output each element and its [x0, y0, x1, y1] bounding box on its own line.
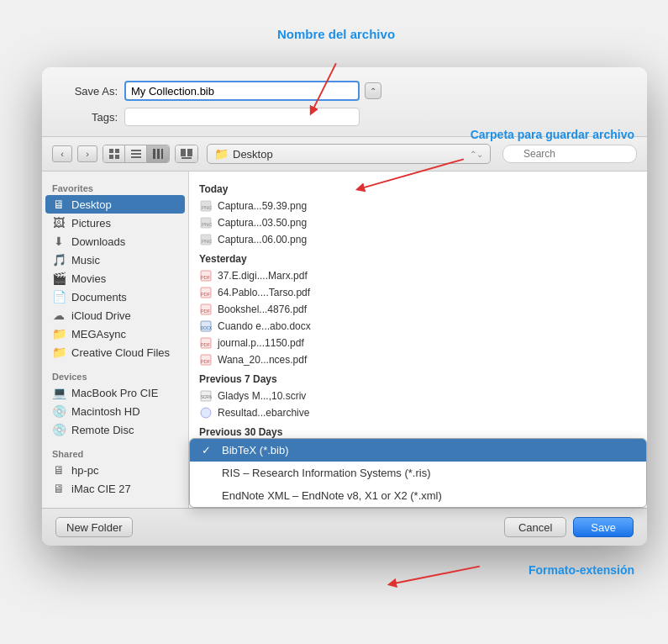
svg-text:PNG: PNG [202, 205, 212, 210]
file-item[interactable]: PNG Captura...59.39.png [189, 198, 647, 214]
file-item[interactable]: PDF 37.E.digi....Marx.pdf [189, 267, 647, 284]
sidebar-item-megasync[interactable]: 📁 MEGAsync [42, 325, 188, 343]
file-item[interactable]: PDF 64.Pablo....Tarso.pdf [189, 284, 647, 301]
file-name: journal.p...1150.pdf [218, 337, 304, 349]
file-item[interactable]: PDF Wana_20...nces.pdf [189, 351, 647, 368]
svg-rect-16 [181, 149, 186, 156]
svg-text:PNG: PNG [202, 222, 212, 227]
file-name: Captura...59.39.png [218, 200, 307, 212]
save-as-input[interactable] [124, 81, 360, 101]
sidebar-item-imac[interactable]: 🖥 iMac CIE 27 [42, 479, 188, 498]
svg-text:PDF: PDF [201, 292, 211, 297]
file-list[interactable]: Today PNG Captura...59.39.png PNG Captur… [189, 172, 647, 508]
file-item[interactable]: DOCX Cuando e...abo.docx [189, 318, 647, 335]
sidebar-item-music[interactable]: 🎵 Music [42, 251, 188, 269]
svg-point-39 [201, 408, 211, 418]
sidebar-item-remote[interactable]: 💿 Remote Disc [42, 420, 188, 439]
format-option-label: RIS – Research Information Systems (*.ri… [222, 467, 431, 479]
imac-icon: 🖥 [52, 482, 66, 495]
format-dropdown: ✓ BibTeX (*.bib) RIS – Research Informat… [189, 438, 647, 508]
file-icon-pdf: PDF [199, 353, 213, 367]
svg-rect-14 [157, 149, 160, 159]
file-item[interactable]: PDF journal.p...1150.pdf [189, 335, 647, 351]
folder-icon: 📁 [214, 147, 229, 161]
annotation-format: Formato-extensión [529, 563, 634, 577]
icon-view-button[interactable] [103, 145, 125, 162]
sidebar-item-movies[interactable]: 🎬 Movies [42, 269, 188, 288]
remote-icon: 💿 [52, 423, 66, 436]
svg-text:PDF: PDF [201, 309, 211, 314]
file-item[interactable]: PDF Bookshel...4876.pdf [189, 301, 647, 318]
expand-button[interactable]: ⌃ [365, 82, 381, 99]
forward-button[interactable]: › [77, 145, 97, 162]
format-option-endnote[interactable]: EndNote XML – EndNote v8, X1 or X2 (*.xm… [190, 484, 646, 507]
megasync-icon: 📁 [52, 327, 66, 340]
list-view-button[interactable] [125, 145, 147, 162]
sidebar-item-macintosh[interactable]: 💿 Macintosh HD [42, 402, 188, 420]
tags-input[interactable] [124, 108, 360, 126]
date-group-yesterday: Yesterday [189, 248, 647, 267]
sidebar-item-documents[interactable]: 📄 Documents [42, 288, 188, 306]
file-icon-pdf: PDF [199, 336, 213, 350]
file-name: 37.E.digi....Marx.pdf [218, 270, 308, 282]
sidebar-item-label: MacBook Pro CIE [71, 387, 158, 399]
svg-rect-15 [161, 149, 163, 159]
sidebar-item-downloads[interactable]: ⬇ Downloads [42, 232, 188, 251]
file-name: Captura...03.50.png [218, 217, 307, 229]
file-item[interactable]: Resultad...ebarchive [189, 404, 647, 421]
svg-rect-13 [153, 149, 155, 159]
svg-line-5 [392, 567, 479, 584]
sidebar-item-cc-files[interactable]: 📁 Creative Cloud Files [42, 343, 188, 362]
format-option-label: BibTeX (*.bib) [222, 444, 288, 457]
sidebar-item-label: Pictures [71, 217, 111, 230]
sidebar-item-macbook[interactable]: 💻 MacBook Pro CIE [42, 383, 188, 402]
file-item[interactable]: SCRIV Gladys M...,10.scriv [189, 388, 647, 404]
sidebar-item-pictures[interactable]: 🖼 Pictures [42, 214, 188, 232]
sidebar-item-hp-pc[interactable]: 🖥 hp-pc [42, 461, 188, 479]
save-as-row: Save As: ⌃ [59, 81, 630, 101]
save-as-label: Save As: [59, 85, 118, 98]
file-icon-earc [199, 406, 213, 420]
page-wrapper: Nombre del archivo Carpeta para guardar … [17, 17, 651, 644]
search-input[interactable] [502, 145, 637, 163]
sidebar-item-desktop[interactable]: 🖥 Desktop [45, 195, 185, 214]
file-item[interactable]: PNG Captura...03.50.png [189, 214, 647, 231]
file-name: Gladys M...,10.scriv [218, 390, 306, 402]
dialog-body: Favorites 🖥 Desktop 🖼 Pictures ⬇ Downloa… [42, 172, 647, 508]
macintosh-icon: 💿 [52, 404, 66, 418]
shared-section-title: Shared [42, 446, 188, 461]
icloud-icon: ☁ [52, 309, 66, 322]
column-view-button[interactable] [147, 145, 169, 162]
footer-buttons: Cancel Save [504, 517, 634, 537]
file-icon-docx: DOCX [199, 319, 213, 333]
sidebar-item-label: Desktop [71, 198, 112, 211]
svg-text:PNG: PNG [202, 239, 212, 244]
location-text: Desktop [233, 148, 273, 161]
file-name: Wana_20...nces.pdf [218, 354, 307, 366]
svg-rect-18 [181, 157, 192, 159]
file-item[interactable]: PNG Captura...06.00.png [189, 231, 647, 248]
format-option-bibtex[interactable]: ✓ BibTeX (*.bib) [190, 439, 646, 462]
music-icon: 🎵 [52, 253, 66, 267]
svg-rect-12 [131, 156, 141, 158]
pictures-icon: 🖼 [52, 216, 66, 230]
downloads-icon: ⬇ [52, 235, 66, 248]
sidebar-item-icloud[interactable]: ☁ iCloud Drive [42, 306, 188, 325]
format-option-ris[interactable]: RIS – Research Information Systems (*.ri… [190, 462, 646, 484]
file-icon-png: PNG [199, 199, 213, 213]
tags-label: Tags: [59, 111, 118, 124]
svg-text:PDF: PDF [201, 275, 211, 280]
location-picker[interactable]: 📁 Desktop ⌃⌄ [207, 144, 491, 164]
save-button[interactable]: Save [573, 517, 634, 537]
new-folder-button[interactable]: New Folder [55, 517, 133, 537]
sidebar-item-label: Documents [71, 291, 127, 304]
svg-rect-10 [131, 150, 141, 151]
file-name: Captura...06.00.png [218, 234, 307, 245]
file-icon-pdf: PDF [199, 286, 213, 299]
back-button[interactable]: ‹ [52, 145, 72, 162]
toolbar: ‹ › 📁 Desk [42, 137, 647, 172]
gallery-view-button[interactable] [176, 145, 197, 162]
cancel-button[interactable]: Cancel [504, 517, 566, 537]
svg-rect-7 [115, 149, 119, 153]
search-wrapper: 🔍 [502, 145, 637, 163]
